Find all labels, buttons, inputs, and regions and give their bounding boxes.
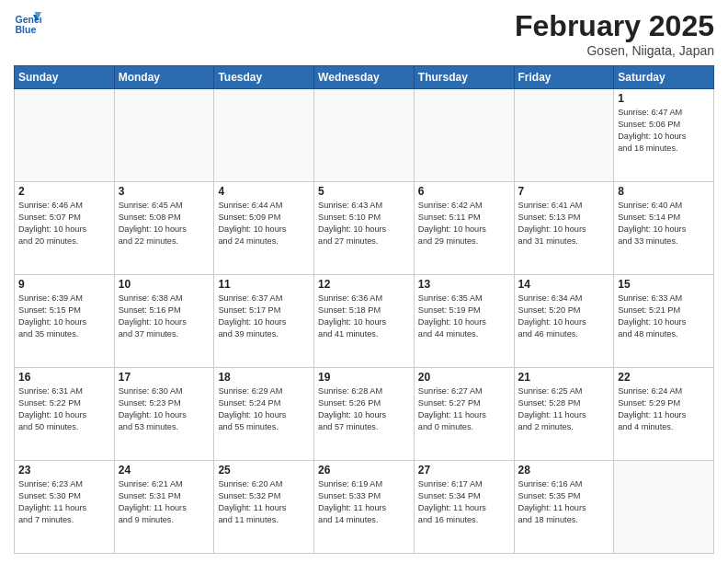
day-info: Sunrise: 6:37 AM Sunset: 5:17 PM Dayligh…	[218, 293, 310, 340]
svg-text:Blue: Blue	[16, 24, 37, 35]
day-info: Sunrise: 6:38 AM Sunset: 5:16 PM Dayligh…	[119, 293, 210, 340]
day-number: 28	[518, 464, 610, 477]
day-info: Sunrise: 6:44 AM Sunset: 5:09 PM Dayligh…	[218, 200, 310, 247]
weekday-header-wednesday: Wednesday	[314, 66, 415, 89]
day-number: 22	[618, 371, 710, 384]
day-number: 21	[518, 371, 610, 384]
calendar-cell: 21Sunrise: 6:25 AM Sunset: 5:28 PM Dayli…	[514, 368, 614, 461]
day-info: Sunrise: 6:27 AM Sunset: 5:27 PM Dayligh…	[418, 385, 510, 433]
calendar-cell: 24Sunrise: 6:21 AM Sunset: 5:31 PM Dayli…	[114, 461, 214, 554]
calendar-cell: 25Sunrise: 6:20 AM Sunset: 5:32 PM Dayli…	[214, 461, 314, 554]
day-info: Sunrise: 6:43 AM Sunset: 5:10 PM Dayligh…	[318, 200, 410, 247]
day-number: 15	[618, 278, 710, 291]
day-info: Sunrise: 6:46 AM Sunset: 5:07 PM Dayligh…	[18, 200, 110, 247]
week-row-3: 9Sunrise: 6:39 AM Sunset: 5:15 PM Daylig…	[15, 275, 714, 368]
calendar-cell	[414, 89, 514, 182]
day-number: 13	[418, 278, 510, 291]
calendar-cell: 1Sunrise: 6:47 AM Sunset: 5:06 PM Daylig…	[614, 89, 714, 182]
day-number: 2	[18, 185, 110, 198]
day-info: Sunrise: 6:36 AM Sunset: 5:18 PM Dayligh…	[318, 293, 410, 340]
day-info: Sunrise: 6:41 AM Sunset: 5:13 PM Dayligh…	[518, 200, 610, 247]
day-info: Sunrise: 6:40 AM Sunset: 5:14 PM Dayligh…	[618, 200, 710, 247]
day-number: 12	[318, 278, 410, 291]
weekday-header-sunday: Sunday	[15, 66, 115, 89]
day-info: Sunrise: 6:45 AM Sunset: 5:08 PM Dayligh…	[119, 200, 210, 247]
day-info: Sunrise: 6:21 AM Sunset: 5:31 PM Dayligh…	[119, 478, 210, 526]
week-row-5: 23Sunrise: 6:23 AM Sunset: 5:30 PM Dayli…	[15, 461, 714, 554]
weekday-header-row: SundayMondayTuesdayWednesdayThursdayFrid…	[15, 66, 714, 89]
calendar-cell: 8Sunrise: 6:40 AM Sunset: 5:14 PM Daylig…	[614, 182, 714, 275]
calendar-cell: 4Sunrise: 6:44 AM Sunset: 5:09 PM Daylig…	[214, 182, 314, 275]
day-info: Sunrise: 6:24 AM Sunset: 5:29 PM Dayligh…	[618, 385, 710, 433]
location: Gosen, Niigata, Japan	[515, 43, 714, 58]
month-title: February 2025	[515, 9, 714, 43]
header: General Blue February 2025 Gosen, Niigat…	[14, 9, 714, 58]
calendar-cell: 9Sunrise: 6:39 AM Sunset: 5:15 PM Daylig…	[15, 275, 115, 368]
day-number: 9	[18, 278, 110, 291]
day-info: Sunrise: 6:39 AM Sunset: 5:15 PM Dayligh…	[18, 293, 110, 340]
day-number: 26	[318, 464, 410, 477]
day-info: Sunrise: 6:31 AM Sunset: 5:22 PM Dayligh…	[18, 385, 110, 433]
calendar-cell: 5Sunrise: 6:43 AM Sunset: 5:10 PM Daylig…	[314, 182, 415, 275]
day-info: Sunrise: 6:29 AM Sunset: 5:24 PM Dayligh…	[218, 385, 310, 433]
day-number: 24	[119, 464, 210, 477]
day-number: 23	[18, 464, 110, 477]
calendar-cell	[614, 461, 714, 554]
day-number: 14	[518, 278, 610, 291]
calendar-cell: 26Sunrise: 6:19 AM Sunset: 5:33 PM Dayli…	[314, 461, 415, 554]
day-number: 3	[119, 185, 210, 198]
day-number: 5	[318, 185, 410, 198]
calendar-cell	[114, 89, 214, 182]
day-info: Sunrise: 6:20 AM Sunset: 5:32 PM Dayligh…	[218, 478, 310, 526]
day-number: 27	[418, 464, 510, 477]
day-number: 25	[218, 464, 310, 477]
calendar-cell: 3Sunrise: 6:45 AM Sunset: 5:08 PM Daylig…	[114, 182, 214, 275]
day-number: 8	[618, 185, 710, 198]
day-info: Sunrise: 6:34 AM Sunset: 5:20 PM Dayligh…	[518, 293, 610, 340]
day-number: 20	[418, 371, 510, 384]
day-info: Sunrise: 6:23 AM Sunset: 5:30 PM Dayligh…	[18, 478, 110, 526]
day-info: Sunrise: 6:25 AM Sunset: 5:28 PM Dayligh…	[518, 385, 610, 433]
day-info: Sunrise: 6:19 AM Sunset: 5:33 PM Dayligh…	[318, 478, 410, 526]
day-info: Sunrise: 6:28 AM Sunset: 5:26 PM Dayligh…	[318, 385, 410, 433]
calendar-cell: 17Sunrise: 6:30 AM Sunset: 5:23 PM Dayli…	[114, 368, 214, 461]
page-container: General Blue February 2025 Gosen, Niigat…	[0, 0, 728, 563]
day-info: Sunrise: 6:30 AM Sunset: 5:23 PM Dayligh…	[119, 385, 210, 433]
logo: General Blue	[14, 9, 43, 37]
weekday-header-thursday: Thursday	[414, 66, 514, 89]
week-row-2: 2Sunrise: 6:46 AM Sunset: 5:07 PM Daylig…	[15, 182, 714, 275]
weekday-header-monday: Monday	[114, 66, 214, 89]
calendar-cell: 12Sunrise: 6:36 AM Sunset: 5:18 PM Dayli…	[314, 275, 415, 368]
calendar-cell: 7Sunrise: 6:41 AM Sunset: 5:13 PM Daylig…	[514, 182, 614, 275]
calendar-cell	[514, 89, 614, 182]
weekday-header-tuesday: Tuesday	[214, 66, 314, 89]
day-number: 11	[218, 278, 310, 291]
day-number: 6	[418, 185, 510, 198]
day-number: 1	[618, 92, 710, 105]
week-row-1: 1Sunrise: 6:47 AM Sunset: 5:06 PM Daylig…	[15, 89, 714, 182]
calendar-table: SundayMondayTuesdayWednesdayThursdayFrid…	[14, 65, 714, 554]
calendar-cell	[314, 89, 415, 182]
calendar-cell	[214, 89, 314, 182]
day-number: 17	[119, 371, 210, 384]
calendar-cell: 28Sunrise: 6:16 AM Sunset: 5:35 PM Dayli…	[514, 461, 614, 554]
weekday-header-saturday: Saturday	[614, 66, 714, 89]
calendar-cell: 11Sunrise: 6:37 AM Sunset: 5:17 PM Dayli…	[214, 275, 314, 368]
day-number: 4	[218, 185, 310, 198]
calendar-cell: 22Sunrise: 6:24 AM Sunset: 5:29 PM Dayli…	[614, 368, 714, 461]
calendar-cell	[15, 89, 115, 182]
day-number: 7	[518, 185, 610, 198]
title-area: February 2025 Gosen, Niigata, Japan	[515, 9, 714, 58]
day-info: Sunrise: 6:33 AM Sunset: 5:21 PM Dayligh…	[618, 293, 710, 340]
calendar-cell: 2Sunrise: 6:46 AM Sunset: 5:07 PM Daylig…	[15, 182, 115, 275]
week-row-4: 16Sunrise: 6:31 AM Sunset: 5:22 PM Dayli…	[15, 368, 714, 461]
logo-icon: General Blue	[14, 9, 41, 37]
day-number: 16	[18, 371, 110, 384]
calendar-cell: 14Sunrise: 6:34 AM Sunset: 5:20 PM Dayli…	[514, 275, 614, 368]
calendar-cell: 23Sunrise: 6:23 AM Sunset: 5:30 PM Dayli…	[15, 461, 115, 554]
calendar-cell: 19Sunrise: 6:28 AM Sunset: 5:26 PM Dayli…	[314, 368, 415, 461]
calendar-cell: 18Sunrise: 6:29 AM Sunset: 5:24 PM Dayli…	[214, 368, 314, 461]
day-info: Sunrise: 6:17 AM Sunset: 5:34 PM Dayligh…	[418, 478, 510, 526]
calendar-cell: 27Sunrise: 6:17 AM Sunset: 5:34 PM Dayli…	[414, 461, 514, 554]
day-number: 10	[119, 278, 210, 291]
